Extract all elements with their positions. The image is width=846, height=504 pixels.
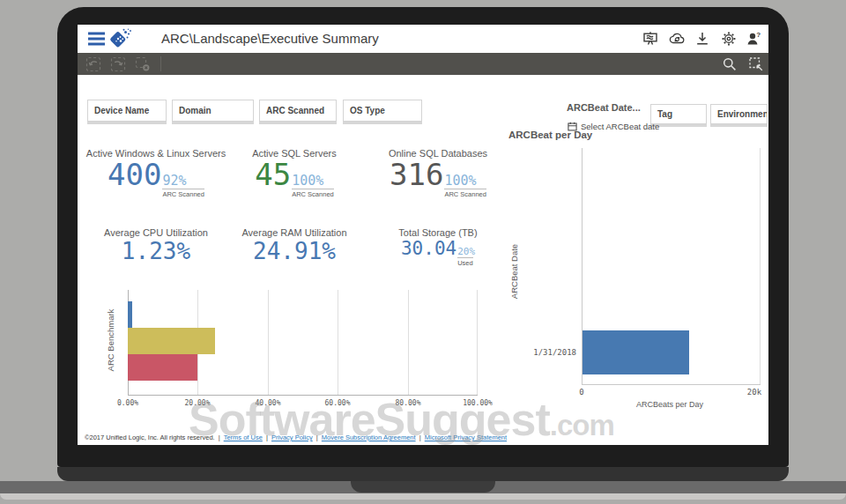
filter-arc-scanned[interactable]: ARC Scanned [259, 100, 337, 122]
kpi-value: 400 [108, 159, 161, 189]
gridline [408, 290, 409, 395]
app-header: ARC\Landscape\Executive Summary [78, 25, 768, 54]
undo-icon[interactable] [85, 56, 102, 73]
kpi-average-ram-utilization[interactable]: Average RAM Utilization 24.91% [219, 227, 369, 264]
gridline [760, 148, 761, 384]
filter-device-name[interactable]: Device Name [87, 100, 167, 122]
arcbeat-date-label: ARCBeat Date... [567, 102, 641, 113]
kpi-value: 1.23% [122, 239, 190, 264]
laptop-base-edge [0, 493, 846, 500]
x-tick: 80.00% [380, 399, 436, 407]
page-title: ARC\Landscape\Executive Summary [161, 25, 379, 53]
kpi-value: 30.04 [401, 239, 456, 259]
toolbar-divider [160, 56, 161, 71]
link-terms-of-use[interactable]: Terms of Use [224, 434, 263, 441]
arcbeat-chart[interactable] [582, 148, 761, 385]
y-category-label: 1/31/2018 [513, 348, 576, 357]
kpi-percent: 100% [444, 174, 476, 188]
laptop-base-notch [351, 481, 495, 493]
x-tick: 20.00% [169, 399, 226, 407]
selection-icon[interactable] [747, 56, 765, 73]
gridline [477, 290, 478, 395]
menu-icon[interactable] [88, 32, 106, 49]
x-tick: 20k [726, 388, 768, 397]
svg-text:?: ? [756, 31, 761, 39]
kpi-active-sql-servers[interactable]: Active SQL Servers 45 100%ARC Scanned [219, 148, 369, 198]
gridline [268, 290, 269, 395]
kpi-value: 24.91% [253, 239, 336, 264]
kpi-total-storage[interactable]: Total Storage (TB) 30.04 20%Used [363, 227, 513, 267]
x-tick: 40.00% [240, 399, 296, 407]
arc-benchmark-chart[interactable] [128, 290, 478, 396]
x-tick: 0.00% [100, 399, 156, 407]
storytelling-icon[interactable] [642, 30, 659, 48]
search-icon[interactable] [721, 56, 738, 73]
link-microsoft-privacy-statement[interactable]: Microsoft Privacy Statement [425, 434, 507, 441]
x-tick: 100.00% [449, 399, 506, 407]
filter-os-type[interactable]: OS Type [343, 100, 422, 122]
download-icon[interactable] [694, 30, 711, 48]
bar-ram[interactable] [128, 328, 215, 354]
kpi-active-windows-linux-servers[interactable]: Active Windows & Linux Servers 400 92%AR… [81, 148, 231, 198]
kpi-percent: 100% [292, 174, 323, 188]
redo-icon[interactable] [109, 56, 127, 73]
link-privacy-policy[interactable]: Privacy Policy [271, 434, 313, 441]
x-tick: 0 [553, 388, 610, 397]
laptop-hinge [57, 467, 789, 481]
movere-logo [109, 28, 132, 53]
laptop-mockup: ARC\Landscape\Executive Summary [0, 0, 846, 504]
kpi-percent: 92% [162, 174, 186, 188]
filter-domain[interactable]: Domain [172, 100, 254, 122]
bar-storage[interactable] [128, 354, 197, 381]
app-window: ARC\Landscape\Executive Summary [78, 25, 768, 445]
bar-cpu[interactable] [128, 301, 132, 328]
gridline [338, 290, 338, 395]
arcbeat-y-axis-label: ARCBeat Date [509, 244, 519, 299]
filter-environment[interactable]: Environment [710, 104, 768, 124]
arc-benchmark-y-axis-label: ARC Benchmark [106, 309, 115, 372]
copyright-text: ©2017 Unified Logic, Inc. All rights res… [85, 434, 215, 441]
clear-selections-icon[interactable] [134, 56, 152, 73]
settings-icon[interactable] [720, 30, 738, 48]
x-tick: 60.00% [309, 399, 366, 407]
kpi-percent: 20% [457, 247, 475, 256]
kpi-value: 45 [255, 159, 291, 189]
bar-arcbeats[interactable] [583, 330, 689, 374]
cloud-sync-icon[interactable] [668, 30, 686, 48]
link-movere-subscription-agreement[interactable]: Movere Subscription Agreement [322, 434, 416, 441]
kpi-average-cpu-utilization[interactable]: Average CPU Utilization 1.23% [81, 227, 231, 264]
selections-toolbar [78, 53, 768, 75]
kpi-online-sql-databases[interactable]: Online SQL Databases 316 100%ARC Scanned [363, 148, 513, 198]
arcbeat-x-axis-label: ARCBeats per Day [599, 400, 740, 409]
kpi-value: 316 [390, 159, 443, 189]
arcbeat-chart-title: ARCBeat per Day [508, 130, 592, 140]
footer: ©2017 Unified Logic, Inc. All rights res… [85, 434, 507, 441]
help-profile-icon[interactable]: ? [745, 30, 762, 48]
